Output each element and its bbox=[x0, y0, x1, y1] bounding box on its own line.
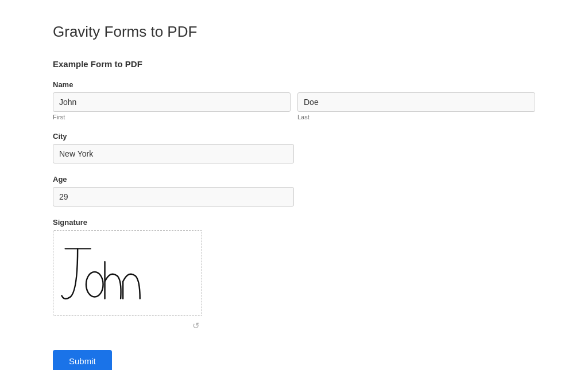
first-name-input[interactable] bbox=[53, 92, 291, 112]
signature-clear-icon[interactable]: ↺ bbox=[192, 321, 200, 331]
name-label: Name bbox=[53, 80, 535, 89]
city-label: City bbox=[53, 132, 535, 141]
last-name-input[interactable] bbox=[297, 92, 535, 112]
age-label: Age bbox=[53, 175, 535, 184]
signature-label: Signature bbox=[53, 218, 535, 227]
city-input[interactable] bbox=[53, 144, 294, 163]
signature-box[interactable] bbox=[53, 230, 202, 316]
first-name-sublabel: First bbox=[53, 114, 291, 120]
page-title: Gravity Forms to PDF bbox=[53, 23, 535, 41]
svg-point-1 bbox=[86, 272, 103, 297]
last-name-sublabel: Last bbox=[297, 114, 535, 120]
submit-button[interactable]: Submit bbox=[53, 350, 112, 370]
signature-drawing bbox=[53, 231, 202, 316]
form-section-title: Example Form to PDF bbox=[53, 59, 535, 69]
age-input[interactable] bbox=[53, 187, 294, 207]
